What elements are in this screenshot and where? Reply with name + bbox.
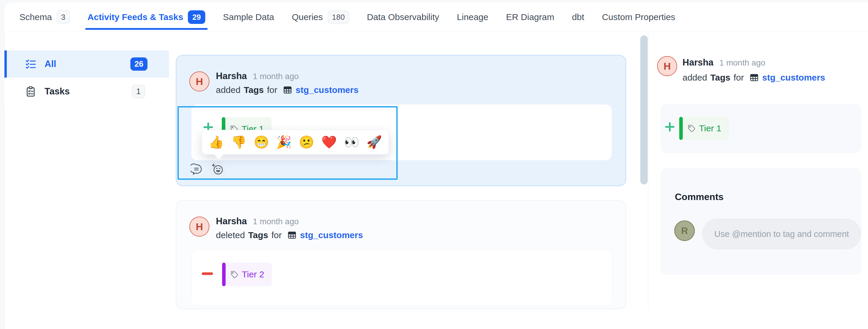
comments-title: Comments (675, 191, 723, 202)
user-name: Harsha (682, 57, 713, 68)
action-preposition: for (734, 72, 744, 83)
tag-label: Tier 1 (699, 123, 721, 133)
tag-icon (230, 271, 238, 278)
sidebar-count-badge: 26 (130, 58, 148, 71)
tab-label: Data Observability (367, 12, 439, 22)
action-verb: added (216, 85, 240, 95)
tab-queries[interactable]: Queries 180 (292, 2, 349, 32)
action-verb: added (682, 72, 707, 83)
tab-label: Queries (292, 12, 323, 22)
sidebar-item-label: All (44, 59, 56, 69)
sidebar-item-tasks[interactable]: Tasks 1 (4, 78, 169, 105)
tab-dbt[interactable]: dbt (572, 2, 584, 32)
tag-change-body: Tier 2 (191, 250, 612, 306)
add-reaction-button[interactable] (209, 161, 226, 178)
comment-button[interactable] (188, 161, 205, 178)
tab-count-badge: 29 (188, 10, 205, 24)
thumbs-up-emoji[interactable]: 👍 (209, 136, 224, 148)
activity-card-added-tags[interactable]: H Harsha 1 month ago added Tags for stg_… (176, 55, 626, 186)
sidebar-count-badge: 1 (132, 85, 145, 98)
active-accent-bar (4, 51, 7, 78)
tab-schema[interactable]: Schema 3 (20, 2, 70, 32)
detail-tag-change-box: Tier 1 (661, 104, 861, 153)
thumbs-down-emoji[interactable]: 👎 (231, 136, 247, 148)
user-name: Harsha (216, 216, 247, 227)
tab-label: dbt (572, 12, 584, 22)
asset-link[interactable]: stg_customers (762, 72, 825, 83)
clipboard-tasks-icon (25, 86, 36, 97)
asset-link[interactable]: stg_customers (296, 85, 358, 95)
sidebar-item-label: Tasks (44, 86, 70, 97)
action-object: Tags (248, 230, 268, 240)
tab-label: Custom Properties (602, 12, 675, 22)
tag-color-bar (679, 117, 683, 140)
tab-bar: Schema 3 Activity Feeds & Tasks 29 Sampl… (4, 2, 868, 32)
add-reaction-icon (212, 163, 223, 175)
timestamp: 1 month ago (253, 72, 299, 81)
detail-activity-action: added Tags for stg_customers (682, 72, 825, 83)
comment-input[interactable] (702, 219, 861, 249)
checklist-icon (25, 58, 36, 70)
detail-activity-header: Harsha 1 month ago (682, 57, 765, 68)
timestamp: 1 month ago (253, 217, 299, 226)
action-object: Tags (710, 72, 730, 83)
panel-divider (648, 32, 648, 310)
action-object: Tags (244, 85, 264, 95)
tab-activity-feeds-tasks[interactable]: Activity Feeds & Tasks 29 (88, 2, 206, 32)
tag-label: Tier 2 (242, 269, 264, 279)
added-plus-icon (664, 121, 676, 133)
comments-section: Comments R (661, 168, 861, 274)
sidebar-item-all[interactable]: All 26 (4, 51, 169, 78)
action-preposition: for (271, 230, 282, 240)
action-verb: deleted (216, 230, 245, 240)
emoji-reaction-popover: 👍 👎 😁 🎉 😕 ❤️ 👀 🚀 (202, 130, 389, 155)
removed-minus-icon (202, 272, 213, 275)
table-icon (283, 85, 292, 95)
timestamp: 1 month ago (719, 58, 765, 67)
tab-lineage[interactable]: Lineage (457, 2, 488, 32)
tab-custom-properties[interactable]: Custom Properties (602, 2, 675, 32)
tag-color-bar (222, 263, 226, 286)
asset-profile-page: Schema 3 Activity Feeds & Tasks 29 Sampl… (0, 0, 868, 329)
feed-scrollbar-thumb[interactable] (640, 35, 648, 184)
party-popper-emoji[interactable]: 🎉 (276, 136, 292, 148)
user-name: Harsha (216, 71, 247, 82)
tag-icon (687, 124, 695, 132)
avatar: H (189, 216, 209, 237)
activity-header: Harsha 1 month ago (216, 216, 299, 227)
grinning-emoji[interactable]: 😁 (254, 136, 269, 148)
tab-data-observability[interactable]: Data Observability (367, 2, 439, 32)
activity-card-deleted-tags[interactable]: H Harsha 1 month ago deleted Tags for st… (176, 200, 626, 309)
tab-label: Schema (20, 12, 52, 22)
tab-sample-data[interactable]: Sample Data (223, 2, 274, 32)
tab-label: Activity Feeds & Tasks (88, 12, 183, 22)
card-action-icons (188, 161, 226, 178)
activity-action: added Tags for stg_customers (216, 85, 359, 95)
rocket-emoji[interactable]: 🚀 (367, 136, 382, 148)
tab-count-badge: 3 (57, 10, 70, 24)
current-user-avatar: R (674, 220, 695, 241)
avatar: H (657, 56, 677, 76)
tab-label: ER Diagram (506, 12, 554, 22)
tab-count-badge: 180 (328, 10, 349, 24)
table-icon (287, 231, 297, 240)
action-preposition: for (267, 85, 277, 95)
tab-label: Sample Data (223, 12, 274, 22)
activity-action: deleted Tags for stg_customers (216, 230, 363, 240)
comment-icon (190, 163, 202, 175)
confused-emoji[interactable]: 😕 (299, 136, 314, 148)
tag-chip-tier1: Tier 1 (679, 117, 729, 140)
table-icon (749, 73, 759, 82)
tab-er-diagram[interactable]: ER Diagram (506, 2, 554, 32)
asset-link[interactable]: stg_customers (300, 230, 363, 240)
eyes-emoji[interactable]: 👀 (344, 136, 359, 148)
avatar: H (189, 71, 209, 91)
tab-label: Lineage (457, 12, 488, 22)
tag-chip-tier2: Tier 2 (222, 263, 272, 286)
activity-header: Harsha 1 month ago (216, 71, 299, 82)
heart-emoji[interactable]: ❤️ (321, 136, 337, 148)
